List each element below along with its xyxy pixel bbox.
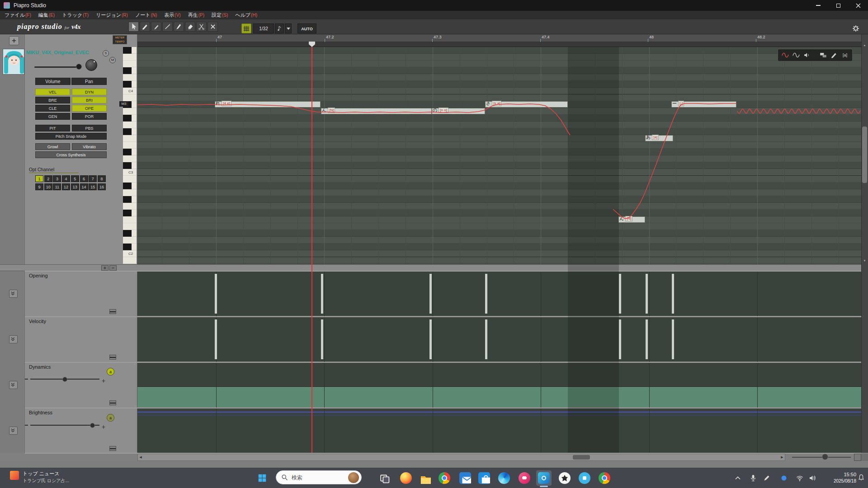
tool-brush-button[interactable] (174, 22, 184, 32)
piano-key-white[interactable] (123, 216, 137, 223)
auto-scroll-button[interactable]: AUTO (297, 23, 316, 33)
pan-knob[interactable] (85, 59, 97, 71)
piano-key-black[interactable] (123, 67, 132, 74)
tool-line-button[interactable] (162, 22, 173, 32)
overlay-tool-note-blocks[interactable] (818, 50, 829, 60)
zoom-slider-thumb[interactable] (822, 454, 828, 460)
zoom-menu-button[interactable] (854, 454, 861, 461)
taskbar-app-store[interactable] (476, 470, 492, 486)
param-button-pbs[interactable]: PBS (72, 125, 107, 131)
piano-key-white[interactable] (123, 189, 137, 196)
tool-draw-button[interactable] (140, 22, 150, 32)
piano-key-black[interactable] (123, 183, 132, 189)
horizontal-scrollbar[interactable] (137, 454, 785, 461)
taskbar-app-chrome[interactable] (437, 470, 452, 486)
vertical-scrollbar[interactable] (861, 34, 868, 453)
piano-key-black[interactable] (123, 47, 132, 54)
grid-value-display[interactable]: 1/32 (253, 23, 274, 33)
lane-chevron-button[interactable] (9, 381, 18, 389)
lane-remove-button[interactable] (109, 265, 117, 271)
piano-key-white[interactable] (123, 257, 137, 264)
param-button-vel[interactable]: VEL (35, 89, 70, 95)
lane-collapse-button[interactable] (109, 400, 116, 405)
opt-channel-1[interactable]: 1 (35, 175, 43, 182)
param-button-ope[interactable]: OPE (72, 105, 107, 112)
opt-channel-8[interactable]: 8 (98, 175, 106, 182)
horizontal-scroll-thumb[interactable] (573, 455, 590, 460)
minimize-button[interactable] (808, 0, 828, 11)
taskbar-clock[interactable]: 15:50 2025/08/18 (824, 471, 856, 485)
overlay-tool-speaker[interactable] (802, 50, 812, 60)
add-track-button[interactable] (9, 36, 19, 45)
menu-item-region[interactable]: リージョン(R) (96, 12, 128, 19)
piano-key-white[interactable] (123, 237, 137, 244)
wifi-icon[interactable] (795, 474, 804, 483)
taskbar-app-chatgpt[interactable] (557, 470, 572, 486)
piano-key-black[interactable] (123, 244, 132, 250)
opt-channel-9[interactable]: 9 (35, 183, 43, 190)
scroll-up-button[interactable]: ▲ (861, 42, 868, 48)
track-avatar[interactable] (3, 49, 24, 75)
note-length-button[interactable] (275, 23, 284, 33)
menu-item-play[interactable]: 再生(P) (188, 12, 204, 19)
mute-button[interactable]: M (109, 57, 116, 63)
piano-key-white[interactable] (123, 176, 137, 183)
piano-key-black[interactable] (123, 162, 132, 169)
opt-channel-6[interactable]: 6 (80, 175, 88, 182)
param-button-bri[interactable]: BRI (72, 97, 107, 103)
marker-strip[interactable] (137, 42, 861, 47)
piano-key-white[interactable] (123, 122, 137, 128)
menu-item-note[interactable]: ノート(N) (135, 12, 157, 19)
lane-chevron-button[interactable] (9, 335, 18, 343)
taskbar-app-teams[interactable] (577, 470, 592, 486)
tool-scissors-button[interactable] (196, 22, 207, 32)
menu-item-help[interactable]: ヘルプ(H) (235, 12, 257, 19)
piano-key-black[interactable] (123, 115, 132, 122)
opt-channel-11[interactable]: 11 (53, 183, 61, 190)
notification-bell-button[interactable] (857, 474, 866, 483)
note[interactable] (321, 108, 432, 114)
vertical-scroll-thumb[interactable] (862, 127, 867, 183)
overlay-tool-draw-pencil[interactable] (829, 50, 840, 60)
param-button-dyn[interactable]: DYN (72, 89, 107, 95)
start-button[interactable] (256, 472, 269, 484)
menu-item-edit[interactable]: 編集(E) (38, 12, 55, 19)
piano-key-white[interactable] (123, 74, 137, 81)
overlay-tool-param-curve[interactable] (791, 50, 802, 60)
tab-volume[interactable]: Volume (35, 78, 71, 85)
opt-channel-4[interactable]: 4 (62, 175, 70, 182)
piano-key-black[interactable] (123, 149, 132, 155)
lane-auto-badge[interactable]: a (107, 414, 114, 422)
pen-icon[interactable] (762, 474, 771, 483)
microphone-icon[interactable] (749, 474, 758, 483)
param-button-gen[interactable]: GEN (35, 113, 70, 120)
volume-slider-thumb[interactable] (76, 64, 82, 70)
opt-channel-2[interactable]: 2 (44, 175, 52, 182)
piano-key-white[interactable] (123, 155, 137, 162)
settings-button[interactable] (851, 23, 861, 33)
taskbar-app-host[interactable] (536, 470, 552, 486)
opt-channel-12[interactable]: 12 (62, 183, 70, 190)
scroll-right-button[interactable]: ▶ (779, 454, 785, 461)
menu-item-view[interactable]: 表示(V) (164, 12, 180, 19)
close-button[interactable] (848, 0, 868, 11)
note[interactable] (215, 101, 321, 108)
tool-eraser-button[interactable] (185, 22, 195, 32)
param-button-pit[interactable]: PIT (35, 125, 70, 131)
opt-channel-10[interactable]: 10 (44, 183, 52, 190)
taskbar-app-edge[interactable] (496, 470, 512, 486)
param-button-bre[interactable]: BRE (35, 97, 70, 103)
lane-slider-thumb[interactable] (62, 377, 67, 382)
note[interactable] (485, 101, 568, 108)
piano-key-white[interactable] (123, 94, 137, 101)
grid-toggle-button[interactable] (241, 23, 251, 33)
lane-slider-thumb[interactable] (90, 423, 95, 428)
piano-key-black[interactable] (123, 210, 132, 216)
lane-collapse-button[interactable] (109, 355, 116, 360)
taskbar-app-explorer[interactable] (417, 470, 433, 486)
piano-key-white[interactable] (123, 203, 137, 210)
param-button-por[interactable]: POR (72, 113, 107, 120)
lane-add-button[interactable] (101, 265, 108, 271)
taskbar-app-taskview[interactable] (377, 470, 392, 486)
search-box[interactable]: 検索 (276, 470, 362, 484)
